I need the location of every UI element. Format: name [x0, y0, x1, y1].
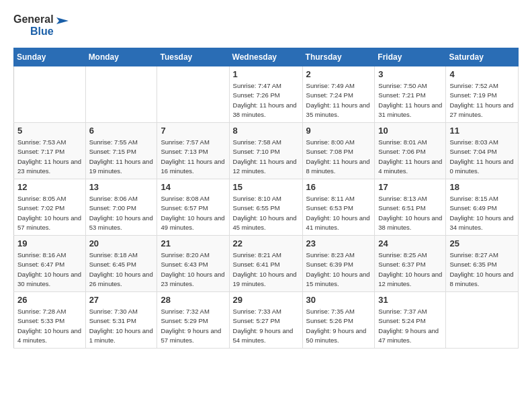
- day-info-text: Daylight: 11 hours and 16 minutes.: [161, 157, 225, 177]
- day-number: 11: [449, 126, 515, 136]
- calendar-cell: 16Sunrise: 8:11 AMSunset: 6:53 PMDayligh…: [302, 179, 375, 236]
- day-number: 24: [378, 238, 442, 248]
- day-info-text: Sunset: 5:33 PM: [17, 316, 82, 326]
- day-info-text: Daylight: 11 hours and 23 minutes.: [17, 157, 82, 177]
- calendar-cell: 2Sunrise: 7:49 AMSunset: 7:24 PMDaylight…: [302, 66, 375, 123]
- day-info-text: Sunset: 7:02 PM: [17, 203, 82, 213]
- day-info-text: Sunrise: 8:20 AM: [161, 250, 225, 260]
- day-info-text: Sunrise: 7:55 AM: [89, 138, 154, 147]
- day-number: 15: [233, 182, 299, 192]
- day-info-text: Sunset: 5:29 PM: [161, 316, 225, 326]
- column-header-friday: Friday: [375, 48, 446, 66]
- day-info-text: Daylight: 10 hours and 34 minutes.: [449, 214, 515, 233]
- calendar-cell: [14, 66, 86, 123]
- day-number: 6: [89, 126, 154, 136]
- calendar-cell: 28Sunrise: 7:32 AMSunset: 5:29 PMDayligh…: [157, 292, 229, 349]
- calendar-cell: 14Sunrise: 8:08 AMSunset: 6:57 PMDayligh…: [157, 179, 229, 236]
- day-info-text: Sunrise: 7:53 AM: [17, 138, 82, 147]
- week-row-4: 19Sunrise: 8:16 AMSunset: 6:47 PMDayligh…: [14, 236, 519, 292]
- day-info-text: Sunset: 6:53 PM: [306, 203, 371, 213]
- day-info-text: Sunset: 5:26 PM: [306, 316, 371, 326]
- day-info-text: Daylight: 10 hours and 8 minutes.: [449, 270, 515, 289]
- logo-blue: Blue: [30, 26, 54, 38]
- day-info-text: Sunset: 7:24 PM: [306, 91, 371, 100]
- day-number: 20: [89, 238, 154, 248]
- day-info-text: Sunrise: 8:27 AM: [449, 250, 515, 260]
- day-info-text: Sunset: 6:47 PM: [17, 260, 82, 269]
- day-info-text: Sunrise: 7:37 AM: [378, 307, 442, 316]
- day-number: 12: [17, 182, 82, 192]
- day-info-text: Sunrise: 8:25 AM: [378, 250, 442, 260]
- day-info-text: Sunset: 6:49 PM: [449, 203, 515, 213]
- day-info-text: Sunrise: 8:23 AM: [306, 250, 371, 260]
- calendar-cell: 7Sunrise: 7:57 AMSunset: 7:13 PMDaylight…: [157, 123, 229, 179]
- calendar-cell: 18Sunrise: 8:15 AMSunset: 6:49 PMDayligh…: [446, 179, 519, 236]
- day-number: 14: [161, 182, 225, 192]
- day-info-text: Daylight: 11 hours and 0 minutes.: [449, 157, 515, 177]
- week-row-3: 12Sunrise: 8:05 AMSunset: 7:02 PMDayligh…: [14, 179, 519, 236]
- day-info-text: Daylight: 11 hours and 12 minutes.: [233, 157, 299, 177]
- day-info-text: Sunrise: 7:52 AM: [449, 81, 515, 91]
- day-info-text: Daylight: 10 hours and 1 minute.: [89, 326, 154, 346]
- day-info-text: Sunrise: 7:28 AM: [17, 307, 82, 316]
- day-info-text: Sunrise: 8:06 AM: [89, 194, 154, 203]
- day-number: 2: [306, 69, 371, 79]
- column-header-monday: Monday: [85, 48, 157, 66]
- day-info-text: Sunset: 7:21 PM: [378, 91, 442, 100]
- calendar-cell: 10Sunrise: 8:01 AMSunset: 7:06 PMDayligh…: [375, 123, 446, 179]
- day-info-text: Sunrise: 7:33 AM: [233, 307, 299, 316]
- svg-marker-0: [56, 17, 69, 24]
- day-info-text: Sunset: 7:19 PM: [449, 91, 515, 100]
- day-info-text: Daylight: 9 hours and 54 minutes.: [233, 326, 299, 346]
- header-row: SundayMondayTuesdayWednesdayThursdayFrid…: [14, 48, 519, 66]
- calendar-cell: [157, 66, 229, 123]
- day-info-text: Daylight: 10 hours and 4 minutes.: [17, 326, 82, 346]
- calendar-cell: 20Sunrise: 8:18 AMSunset: 6:45 PMDayligh…: [85, 236, 157, 292]
- calendar-cell: 6Sunrise: 7:55 AMSunset: 7:15 PMDaylight…: [85, 123, 157, 179]
- day-info-text: Sunset: 7:00 PM: [89, 203, 154, 213]
- day-number: 23: [306, 238, 371, 248]
- day-info-text: Sunset: 6:45 PM: [89, 260, 154, 269]
- day-info-text: Sunrise: 8:03 AM: [449, 138, 515, 147]
- day-number: 17: [378, 182, 442, 192]
- column-header-thursday: Thursday: [302, 48, 375, 66]
- calendar-table: SundayMondayTuesdayWednesdayThursdayFrid…: [13, 48, 519, 349]
- day-info-text: Sunrise: 8:15 AM: [449, 194, 515, 203]
- day-info-text: Sunset: 6:43 PM: [161, 260, 225, 269]
- calendar-cell: 15Sunrise: 8:10 AMSunset: 6:55 PMDayligh…: [229, 179, 302, 236]
- day-info-text: Sunset: 6:41 PM: [233, 260, 299, 269]
- day-info-text: Sunrise: 7:35 AM: [306, 307, 371, 316]
- day-number: 28: [161, 295, 225, 305]
- day-info-text: Sunset: 5:27 PM: [233, 316, 299, 326]
- day-info-text: Sunset: 7:26 PM: [233, 91, 299, 100]
- day-info-text: Daylight: 10 hours and 57 minutes.: [17, 214, 82, 233]
- calendar-cell: 13Sunrise: 8:06 AMSunset: 7:00 PMDayligh…: [85, 179, 157, 236]
- day-info-text: Sunset: 7:10 PM: [233, 147, 299, 156]
- day-info-text: Sunset: 7:08 PM: [306, 147, 371, 156]
- day-info-text: Sunset: 7:17 PM: [17, 147, 82, 156]
- day-number: 25: [449, 238, 515, 248]
- day-number: 18: [449, 182, 515, 192]
- day-info-text: Sunrise: 8:16 AM: [17, 250, 82, 260]
- day-info-text: Sunrise: 8:18 AM: [89, 250, 154, 260]
- day-info-text: Sunset: 6:37 PM: [378, 260, 442, 269]
- calendar-cell: 27Sunrise: 7:30 AMSunset: 5:31 PMDayligh…: [85, 292, 157, 349]
- day-number: 8: [233, 126, 299, 136]
- calendar-cell: 30Sunrise: 7:35 AMSunset: 5:26 PMDayligh…: [302, 292, 375, 349]
- day-info-text: Daylight: 11 hours and 27 minutes.: [449, 101, 515, 120]
- calendar-cell: 21Sunrise: 8:20 AMSunset: 6:43 PMDayligh…: [157, 236, 229, 292]
- calendar-cell: [85, 66, 157, 123]
- day-info-text: Sunrise: 7:49 AM: [306, 81, 371, 91]
- calendar-cell: 26Sunrise: 7:28 AMSunset: 5:33 PMDayligh…: [14, 292, 86, 349]
- day-info-text: Daylight: 9 hours and 57 minutes.: [161, 326, 225, 346]
- day-info-text: Sunrise: 8:08 AM: [161, 194, 225, 203]
- calendar-cell: 19Sunrise: 8:16 AMSunset: 6:47 PMDayligh…: [14, 236, 86, 292]
- day-number: 30: [306, 295, 371, 305]
- day-info-text: Sunrise: 8:10 AM: [233, 194, 299, 203]
- day-info-text: Sunrise: 7:50 AM: [378, 81, 442, 91]
- day-info-text: Sunset: 7:04 PM: [449, 147, 515, 156]
- week-row-1: 1Sunrise: 7:47 AMSunset: 7:26 PMDaylight…: [14, 66, 519, 123]
- calendar-cell: 22Sunrise: 8:21 AMSunset: 6:41 PMDayligh…: [229, 236, 302, 292]
- logo: General Blue: [13, 13, 69, 37]
- week-row-2: 5Sunrise: 7:53 AMSunset: 7:17 PMDaylight…: [14, 123, 519, 179]
